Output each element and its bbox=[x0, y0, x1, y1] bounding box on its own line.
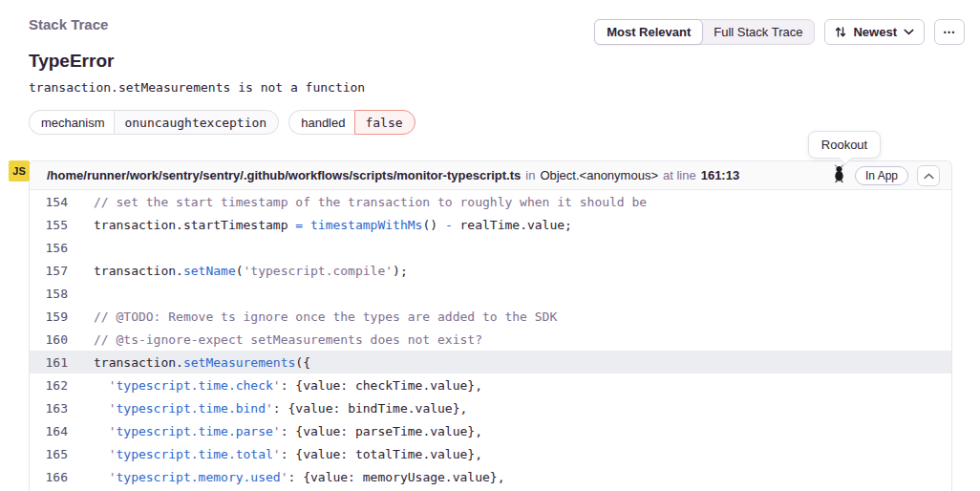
error-type-title: TypeError bbox=[29, 51, 965, 72]
line-number: 163 bbox=[30, 401, 68, 416]
tag-key: mechanism bbox=[29, 110, 114, 135]
frame-at-line-label: at line bbox=[663, 168, 696, 182]
rookout-tooltip[interactable]: Rookout bbox=[808, 131, 881, 159]
line-content: 'typescript.time.check': {value: checkTi… bbox=[68, 378, 482, 393]
code-line-156: 156 bbox=[30, 236, 951, 259]
stack-trace-page: Stack Trace TypeError transaction.setMea… bbox=[0, 0, 980, 491]
code-line-154: 154// set the start timestamp of the tra… bbox=[30, 190, 951, 213]
error-message: transaction.setMeasurements is not a fun… bbox=[29, 80, 965, 95]
chevron-up-icon bbox=[924, 168, 934, 182]
line-number: 161 bbox=[30, 355, 68, 370]
code-line-160: 160// @ts-ignore-expect setMeasurements … bbox=[30, 328, 951, 351]
line-number: 155 bbox=[30, 218, 68, 232]
chevron-down-icon bbox=[904, 29, 914, 35]
arrows-up-down-icon bbox=[835, 26, 846, 38]
rookout-tooltip-label: Rookout bbox=[821, 138, 867, 152]
line-content: 'typescript.memory.used': {value: memory… bbox=[68, 470, 504, 484]
code-line-161: 161transaction.setMeasurements({ bbox=[30, 351, 951, 374]
line-number: 158 bbox=[30, 287, 68, 301]
frame-header[interactable]: /home/runner/work/sentry/sentry/.github/… bbox=[30, 161, 951, 190]
line-number: 160 bbox=[30, 332, 68, 347]
in-app-badge: In App bbox=[855, 166, 908, 185]
toggle-full-stack-trace[interactable]: Full Stack Trace bbox=[702, 20, 814, 44]
tag-value: false bbox=[354, 110, 415, 135]
code-line-163: 163 'typescript.time.bind': {value: bind… bbox=[30, 396, 951, 419]
tag-value: onuncaughtexception bbox=[114, 110, 279, 135]
code-line-162: 162 'typescript.time.check': {value: che… bbox=[30, 374, 951, 396]
sort-newest-button[interactable]: Newest bbox=[824, 19, 925, 45]
line-content: // set the start timestamp of the transa… bbox=[68, 195, 647, 209]
rookout-bug-icon[interactable] bbox=[832, 164, 846, 186]
view-toggle-group: Most RelevantFull Stack Trace bbox=[594, 19, 815, 45]
ellipsis-icon: ⋯ bbox=[943, 25, 956, 39]
code-line-158: 158 bbox=[30, 282, 951, 305]
code-line-166: 166 'typescript.memory.used': {value: me… bbox=[30, 465, 951, 488]
line-content: // @ts-ignore-expect setMeasurements doe… bbox=[68, 332, 482, 347]
line-number: 165 bbox=[30, 447, 68, 461]
frame-file-path: /home/runner/work/sentry/sentry/.github/… bbox=[47, 168, 521, 182]
sort-newest-label: Newest bbox=[853, 25, 897, 39]
line-number: 159 bbox=[30, 310, 68, 324]
code-context: 154// set the start timestamp of the tra… bbox=[30, 190, 951, 488]
line-number: 156 bbox=[30, 241, 68, 255]
line-number: 164 bbox=[30, 424, 68, 438]
line-number: 157 bbox=[30, 264, 68, 278]
line-content: transaction.setMeasurements({ bbox=[68, 355, 310, 370]
frame-line-position: 161:13 bbox=[701, 168, 739, 182]
line-content: transaction.setName('typescript.compile'… bbox=[68, 264, 408, 278]
code-line-155: 155transaction.startTimestamp = timestam… bbox=[30, 213, 951, 236]
line-content: 'typescript.time.parse': {value: parseTi… bbox=[68, 424, 482, 438]
tag-handled[interactable]: handledfalse bbox=[288, 110, 415, 135]
line-content: // @TODO: Remove ts ignore once the type… bbox=[68, 310, 557, 324]
line-number: 162 bbox=[30, 378, 68, 393]
code-line-165: 165 'typescript.time.total': {value: tot… bbox=[30, 442, 951, 465]
line-content: 'typescript.time.bind': {value: bindTime… bbox=[68, 401, 467, 416]
tag-key: handled bbox=[288, 110, 354, 135]
platform-js-badge: JS bbox=[9, 160, 30, 181]
frame-function-name: Object.<anonymous> bbox=[540, 168, 658, 182]
line-number: 154 bbox=[30, 195, 68, 209]
line-number: 166 bbox=[30, 470, 68, 484]
code-line-164: 164 'typescript.time.parse': {value: par… bbox=[30, 419, 951, 442]
line-content: 'typescript.time.total': {value: totalTi… bbox=[68, 447, 482, 461]
code-line-157: 157transaction.setName('typescript.compi… bbox=[30, 259, 951, 282]
collapse-frame-button[interactable] bbox=[917, 165, 940, 186]
frame-header-right: In App bbox=[832, 164, 940, 186]
header-controls: Most RelevantFull Stack Trace Newest ⋯ bbox=[594, 19, 965, 45]
toggle-most-relevant[interactable]: Most Relevant bbox=[594, 19, 703, 45]
stack-frame: JS /home/runner/work/sentry/sentry/.gith… bbox=[29, 160, 952, 491]
line-content: transaction.startTimestamp = timestampWi… bbox=[68, 218, 572, 232]
frame-in-label: in bbox=[525, 168, 535, 182]
code-line-159: 159// @TODO: Remove ts ignore once the t… bbox=[30, 305, 951, 328]
more-options-button[interactable]: ⋯ bbox=[934, 19, 965, 45]
tag-mechanism[interactable]: mechanismonuncaughtexception bbox=[29, 110, 279, 135]
